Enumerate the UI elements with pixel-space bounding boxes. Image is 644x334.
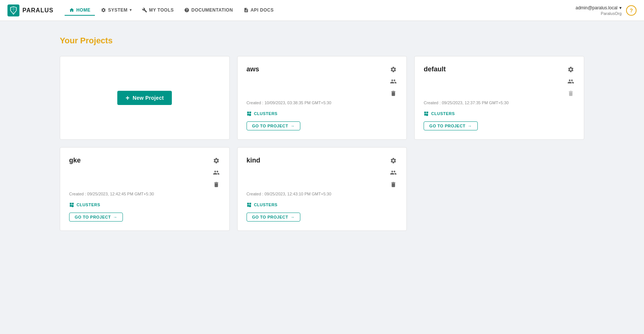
user-email-dropdown[interactable]: admin@paralus.local ▾ [576, 5, 622, 10]
kind-users-button[interactable] [389, 168, 397, 177]
brand: PARALUS [7, 4, 53, 16]
nav-item-apidocs[interactable]: API DOCS [239, 5, 278, 16]
default-users-button[interactable] [567, 77, 575, 86]
arrow-icon: → [290, 124, 295, 128]
aws-card-header: aws [247, 65, 398, 98]
nav-item-mytools[interactable]: MY TOOLS [137, 5, 178, 16]
aws-goto-button[interactable]: GO TO PROJECT → [247, 121, 300, 130]
gke-card-title: gke [69, 157, 81, 164]
aws-clusters-link[interactable]: CLUSTERS [247, 111, 398, 116]
user-email: admin@paralus.local [576, 5, 617, 10]
aws-card-actions [389, 65, 397, 98]
navbar: PARALUS HOME SYSTEM ▾ MY TOOLS [0, 0, 644, 21]
new-project-button[interactable]: + New Project [117, 91, 172, 105]
kind-card-title: kind [247, 157, 260, 164]
kind-delete-button[interactable] [389, 180, 397, 189]
gke-card-header: gke [69, 157, 220, 189]
delete-icon [390, 90, 397, 97]
project-card-gke: gke [60, 147, 230, 231]
help-button[interactable]: ? [626, 5, 637, 16]
settings-icon [390, 66, 397, 73]
delete-icon [213, 181, 220, 188]
project-card-kind: kind [237, 147, 407, 231]
gke-clusters-link[interactable]: CLUSTERS [69, 202, 220, 207]
default-card-header: default [424, 65, 575, 98]
gke-delete-button[interactable] [212, 180, 220, 189]
file-icon [244, 7, 249, 13]
users-icon [390, 78, 397, 85]
clusters-icon [69, 202, 74, 207]
kind-created: Created : 09/25/2023, 12:43:10 PM GMT+5:… [247, 192, 398, 196]
home-icon [69, 7, 74, 13]
nav-item-documentation[interactable]: DOCUMENTATION [180, 5, 237, 16]
gke-created: Created : 09/25/2023, 12:42:45 PM GMT+5:… [69, 192, 220, 196]
project-card-default: default [414, 56, 584, 140]
clusters-icon [247, 111, 252, 116]
default-card-actions [567, 65, 575, 98]
aws-settings-button[interactable] [389, 65, 397, 74]
plus-icon: + [126, 95, 130, 101]
default-card-title: default [424, 65, 446, 73]
help-circle-icon [184, 7, 189, 13]
brand-icon [7, 4, 19, 16]
main-content: Your Projects + New Project aws [0, 21, 644, 246]
nav-item-system[interactable]: SYSTEM ▾ [96, 5, 136, 16]
clusters-icon [247, 202, 252, 207]
kind-card-actions [389, 157, 397, 189]
default-clusters-link[interactable]: CLUSTERS [424, 111, 575, 116]
settings-icon [390, 157, 397, 164]
page-title: Your Projects [60, 36, 584, 46]
nav-item-home[interactable]: HOME [65, 5, 95, 16]
delete-icon [567, 90, 574, 97]
kind-settings-button[interactable] [389, 157, 397, 165]
arrow-icon: → [113, 215, 118, 219]
gke-card-actions [212, 157, 220, 189]
wrench-icon [142, 7, 147, 13]
gke-users-button[interactable] [212, 168, 220, 177]
default-delete-button[interactable] [567, 89, 575, 98]
project-card-aws: aws [237, 56, 407, 140]
arrow-icon: → [468, 124, 472, 128]
project-grid: + New Project aws [60, 56, 584, 231]
aws-created: Created : 10/09/2023, 03:38:35 PM GMT+5:… [247, 100, 398, 105]
gke-goto-button[interactable]: GO TO PROJECT → [69, 213, 123, 222]
user-info: admin@paralus.local ▾ ParalusOrg [576, 5, 622, 16]
clusters-icon [424, 111, 429, 116]
settings-icon [213, 157, 220, 164]
arrow-icon: → [290, 215, 295, 219]
users-icon [390, 169, 397, 176]
default-settings-button[interactable] [567, 65, 575, 74]
users-icon [567, 78, 574, 85]
aws-users-button[interactable] [389, 77, 397, 86]
kind-goto-button[interactable]: GO TO PROJECT → [247, 213, 300, 222]
gear-icon [101, 7, 106, 13]
gke-settings-button[interactable] [212, 157, 220, 165]
users-icon [213, 169, 220, 176]
default-created: Created : 09/25/2023, 12:37:35 PM GMT+5:… [424, 100, 575, 105]
system-dropdown-icon: ▾ [130, 8, 132, 12]
brand-name: PARALUS [22, 7, 53, 14]
delete-icon [390, 181, 397, 188]
user-dropdown-arrow: ▾ [619, 5, 622, 10]
default-goto-button[interactable]: GO TO PROJECT → [424, 121, 477, 130]
settings-icon [567, 66, 574, 73]
user-org: ParalusOrg [601, 11, 622, 16]
kind-clusters-link[interactable]: CLUSTERS [247, 202, 398, 207]
new-project-card: + New Project [60, 56, 230, 140]
kind-card-header: kind [247, 157, 398, 189]
nav-items: HOME SYSTEM ▾ MY TOOLS DOCUMENTATION [65, 5, 576, 16]
aws-card-title: aws [247, 65, 259, 73]
aws-delete-button[interactable] [389, 89, 397, 98]
